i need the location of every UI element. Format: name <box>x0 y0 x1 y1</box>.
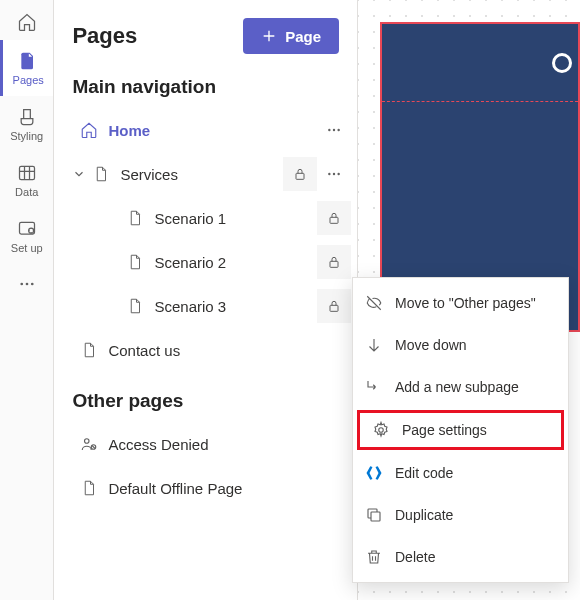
rail-label: Data <box>15 186 38 198</box>
svg-rect-14 <box>330 261 338 267</box>
row-lock-button[interactable] <box>317 201 351 235</box>
svg-rect-0 <box>19 166 34 179</box>
svg-point-12 <box>337 173 339 175</box>
arrow-down-icon <box>365 336 383 354</box>
tree-other: Access Denied Default Offline Page <box>54 422 357 520</box>
tree-row-access-denied[interactable]: Access Denied <box>54 422 357 466</box>
lock-icon <box>292 166 308 182</box>
preview-header <box>382 24 578 102</box>
menu-add-subpage[interactable]: Add a new subpage <box>353 366 568 408</box>
rail-more-button[interactable] <box>0 264 53 304</box>
rail-item-pages[interactable]: Pages <box>0 40 53 96</box>
svg-point-11 <box>333 173 335 175</box>
tree-row-scenario1[interactable]: Scenario 1 <box>54 196 357 240</box>
rail-item-setup[interactable]: Set up <box>0 208 53 264</box>
svg-point-8 <box>337 129 339 131</box>
tree-main: Home Services Scenario 1 <box>54 108 357 382</box>
menu-label: Add a new subpage <box>395 379 519 395</box>
menu-move-down[interactable]: Move down <box>353 324 568 366</box>
chevron-down-icon[interactable] <box>72 167 86 181</box>
tree-row-scenario2[interactable]: Scenario 2 <box>54 240 357 284</box>
trash-icon <box>365 548 383 566</box>
tree-label: Scenario 3 <box>154 298 317 315</box>
lock-icon <box>326 210 342 226</box>
svg-point-6 <box>328 129 330 131</box>
row-lock-button[interactable] <box>317 245 351 279</box>
row-lock-button[interactable] <box>283 157 317 191</box>
duplicate-icon <box>365 506 383 524</box>
menu-edit-code[interactable]: Edit code <box>353 452 568 494</box>
menu-label: Move down <box>395 337 467 353</box>
tree-row-scenario3[interactable]: Scenario 3 <box>54 284 357 328</box>
menu-label: Edit code <box>395 465 453 481</box>
page-icon <box>126 253 144 271</box>
nav-rail: Pages Styling Data Set up <box>0 0 54 600</box>
hide-icon <box>365 294 383 312</box>
preview-logo-icon <box>552 53 572 73</box>
tree-label: Scenario 1 <box>154 210 317 227</box>
page-icon <box>80 341 98 359</box>
panel-header: Pages Page <box>54 0 357 68</box>
lock-icon <box>326 254 342 270</box>
rail-label: Set up <box>11 242 43 254</box>
rail-home-button[interactable] <box>0 4 53 40</box>
home-icon <box>17 12 37 32</box>
svg-point-4 <box>25 283 28 286</box>
svg-point-18 <box>379 428 384 433</box>
context-menu: Move to "Other pages" Move down Add a ne… <box>352 277 569 583</box>
svg-point-10 <box>328 173 330 175</box>
section-main-nav: Main navigation <box>54 68 357 108</box>
table-icon <box>17 163 37 183</box>
ellipsis-icon <box>326 122 342 138</box>
code-icon <box>365 464 383 482</box>
tree-label: Services <box>120 166 283 183</box>
tree-row-contact[interactable]: Contact us <box>54 328 357 372</box>
svg-rect-19 <box>371 512 380 521</box>
svg-point-16 <box>85 439 90 444</box>
menu-label: Duplicate <box>395 507 453 523</box>
ellipsis-icon <box>18 275 36 293</box>
menu-label: Move to "Other pages" <box>395 295 536 311</box>
tree-label: Default Offline Page <box>108 480 357 497</box>
lock-icon <box>326 298 342 314</box>
page-icon <box>92 165 110 183</box>
tree-label: Access Denied <box>108 436 357 453</box>
row-lock-button[interactable] <box>317 289 351 323</box>
row-more-button[interactable] <box>317 113 351 147</box>
svg-point-3 <box>20 283 23 286</box>
svg-point-7 <box>333 129 335 131</box>
svg-rect-9 <box>296 173 304 179</box>
ellipsis-icon <box>326 166 342 182</box>
svg-rect-13 <box>330 217 338 223</box>
menu-move-other[interactable]: Move to "Other pages" <box>353 282 568 324</box>
new-page-button[interactable]: Page <box>243 18 339 54</box>
tree-row-services[interactable]: Services <box>54 152 357 196</box>
tree-row-offline[interactable]: Default Offline Page <box>54 466 357 510</box>
row-more-button[interactable] <box>317 157 351 191</box>
rail-label: Pages <box>13 74 44 86</box>
rail-item-data[interactable]: Data <box>0 152 53 208</box>
svg-rect-15 <box>330 305 338 311</box>
page-icon <box>126 209 144 227</box>
tree-row-home[interactable]: Home <box>54 108 357 152</box>
page-icon <box>18 51 38 71</box>
plus-icon <box>261 28 277 44</box>
tree-label: Scenario 2 <box>154 254 317 271</box>
menu-page-settings[interactable]: Page settings <box>357 410 564 450</box>
setup-icon <box>17 219 37 239</box>
menu-delete[interactable]: Delete <box>353 536 568 578</box>
home-icon <box>80 121 98 139</box>
menu-label: Delete <box>395 549 435 565</box>
rail-item-styling[interactable]: Styling <box>0 96 53 152</box>
person-denied-icon <box>80 435 98 453</box>
subpage-icon <box>365 378 383 396</box>
pages-panel: Pages Page Main navigation Home Services <box>54 0 358 600</box>
brush-icon <box>17 107 37 127</box>
gear-icon <box>372 421 390 439</box>
page-icon <box>80 479 98 497</box>
menu-label: Page settings <box>402 422 487 438</box>
menu-duplicate[interactable]: Duplicate <box>353 494 568 536</box>
svg-point-5 <box>31 283 34 286</box>
tree-label: Contact us <box>108 342 357 359</box>
section-other-pages: Other pages <box>54 382 357 422</box>
